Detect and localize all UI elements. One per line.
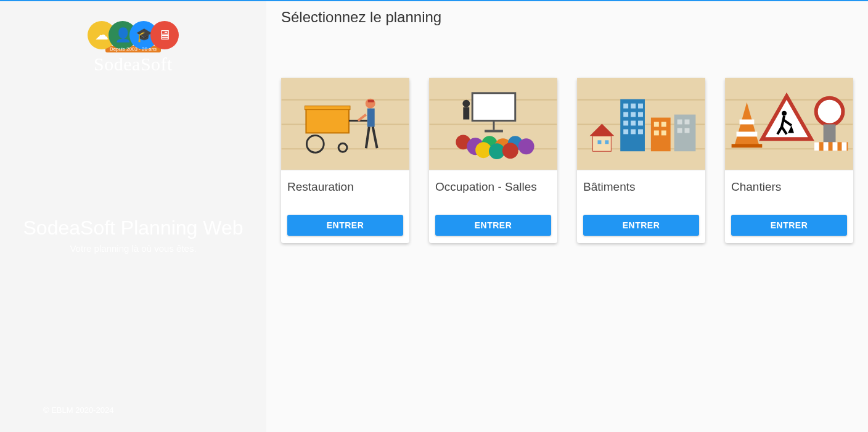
- svg-point-30: [475, 142, 491, 158]
- svg-rect-43: [631, 104, 636, 109]
- svg-point-22: [462, 100, 470, 107]
- svg-rect-42: [623, 104, 628, 109]
- svg-rect-5: [305, 106, 350, 110]
- hero: SodeaSoft Planning Web Votre planning là…: [11, 217, 256, 254]
- svg-rect-69: [740, 120, 755, 125]
- svg-rect-61: [685, 120, 690, 125]
- svg-rect-11: [367, 109, 375, 127]
- svg-rect-52: [631, 129, 636, 134]
- svg-rect-56: [661, 122, 666, 127]
- svg-rect-84: [833, 142, 838, 151]
- svg-point-73: [782, 111, 787, 116]
- enter-button-chantiers[interactable]: ENTRER: [731, 215, 847, 236]
- svg-rect-83: [824, 142, 829, 151]
- brand-logo: ☁ 👤 🎓 🖥 Depuis 2003 - 20 ans SodeaSoft: [88, 21, 179, 75]
- card-title: Chantiers: [731, 180, 847, 194]
- svg-rect-40: [605, 140, 608, 144]
- meeting-room-icon: [429, 78, 557, 170]
- svg-rect-63: [685, 128, 690, 133]
- svg-rect-47: [638, 112, 643, 117]
- svg-rect-39: [597, 140, 601, 144]
- svg-rect-53: [638, 129, 643, 134]
- hero-title: SodeaSoft Planning Web: [23, 217, 244, 239]
- logo-badge: Depuis 2003 - 20 ans: [105, 46, 161, 52]
- card-image-restauration: [281, 78, 409, 170]
- svg-rect-23: [463, 107, 469, 120]
- card-restauration: Restauration ENTRER: [281, 78, 409, 243]
- svg-rect-3: [282, 148, 409, 149]
- svg-rect-49: [631, 121, 636, 126]
- svg-rect-19: [472, 93, 515, 121]
- card-occupation-salles: Occupation - Salles ENTRER: [429, 78, 557, 243]
- svg-rect-4: [306, 109, 349, 133]
- card-image-chantiers: [725, 78, 853, 170]
- svg-point-29: [518, 138, 534, 154]
- svg-rect-21: [485, 130, 503, 132]
- construction-icon: [725, 78, 853, 170]
- svg-rect-54: [651, 118, 671, 152]
- svg-rect-80: [824, 124, 836, 143]
- card-title: Occupation - Salles: [435, 180, 551, 194]
- logo-circle-4-icon: 🖥: [150, 21, 179, 49]
- card-title: Restauration: [287, 180, 403, 194]
- planning-cards: Restauration ENTRER: [281, 78, 853, 243]
- main: Sélectionnez le planning: [266, 0, 868, 432]
- sidebar-footer: © EBLM 2020-2024: [0, 405, 266, 415]
- sidebar: ☁ 👤 🎓 🖥 Depuis 2003 - 20 ans SodeaSoft S…: [0, 0, 266, 432]
- enter-button-salles[interactable]: ENTRER: [435, 215, 551, 236]
- enter-button-restauration[interactable]: ENTRER: [287, 215, 403, 236]
- svg-rect-1: [282, 99, 409, 101]
- svg-point-79: [816, 98, 843, 125]
- svg-rect-82: [814, 142, 819, 151]
- brand-name: SodeaSoft: [88, 54, 179, 75]
- svg-point-32: [502, 143, 518, 159]
- svg-rect-58: [661, 130, 666, 135]
- svg-rect-62: [678, 128, 682, 133]
- buildings-icon: [577, 78, 705, 170]
- svg-rect-70: [737, 131, 758, 136]
- svg-rect-60: [678, 120, 682, 125]
- hero-subtitle: Votre planning là où vous êtes.: [23, 243, 244, 254]
- card-chantiers: Chantiers ENTRER: [725, 78, 853, 243]
- svg-rect-71: [732, 144, 763, 147]
- page-title: Sélectionnez le planning: [281, 9, 853, 26]
- svg-rect-44: [638, 104, 643, 109]
- copyright: © EBLM 2020-2024: [43, 405, 113, 415]
- card-image-batiments: [577, 78, 705, 170]
- svg-rect-46: [631, 112, 636, 117]
- svg-rect-57: [654, 130, 659, 135]
- card-batiments: Bâtiments ENTRER: [577, 78, 705, 243]
- card-title: Bâtiments: [583, 180, 699, 194]
- svg-rect-50: [638, 121, 643, 126]
- enter-button-batiments[interactable]: ENTRER: [583, 215, 699, 236]
- svg-rect-55: [654, 122, 659, 127]
- food-cart-icon: [281, 78, 409, 170]
- svg-rect-45: [623, 112, 628, 117]
- svg-rect-51: [623, 129, 628, 134]
- svg-rect-10: [368, 100, 374, 102]
- svg-rect-85: [841, 142, 846, 151]
- card-image-salles: [429, 78, 557, 170]
- logo-circles: ☁ 👤 🎓 🖥: [88, 21, 179, 49]
- svg-rect-48: [623, 121, 628, 126]
